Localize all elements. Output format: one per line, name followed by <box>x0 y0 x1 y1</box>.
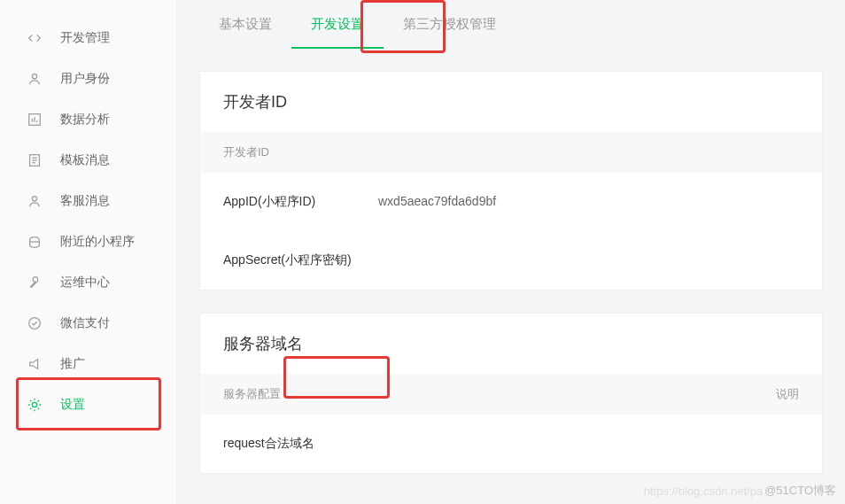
sidebar-item-promotion[interactable]: 推广 <box>0 344 176 384</box>
request-domain-value <box>378 436 799 452</box>
header-label: 开发者ID <box>223 144 269 160</box>
user-icon <box>27 71 43 87</box>
template-icon <box>27 152 43 168</box>
sidebar-item-label: 数据分析 <box>60 112 110 128</box>
svg-point-11 <box>29 318 41 330</box>
sidebar-item-user-identity[interactable]: 用户身份 <box>0 58 176 99</box>
table-header: 服务器配置 说明 <box>200 374 822 415</box>
sidebar-item-label: 附近的小程序 <box>60 234 135 250</box>
appsecret-value <box>378 252 799 268</box>
tab-dev-settings[interactable]: 开发设置 <box>291 0 384 49</box>
appsecret-label: AppSecret(小程序密钥) <box>223 252 378 268</box>
sidebar-item-label: 运维中心 <box>60 275 110 291</box>
header-config: 服务器配置 <box>223 386 454 402</box>
panel-title: 开发者ID <box>200 72 822 132</box>
watermark: https://blog.csdn.net/pa @51CTO博客 <box>644 483 836 499</box>
watermark-faded: https://blog.csdn.net/pa <box>644 485 763 498</box>
sidebar-item-label: 设置 <box>60 397 85 413</box>
svg-point-9 <box>32 197 36 201</box>
ops-icon <box>27 275 43 291</box>
table-row: request合法域名 <box>200 415 822 473</box>
sidebar-item-label: 推广 <box>60 356 85 372</box>
sidebar-item-label: 客服消息 <box>60 193 110 209</box>
server-domain-panel: 服务器域名 服务器配置 说明 request合法域名 <box>199 313 823 474</box>
request-domain-label: request合法域名 <box>223 436 378 452</box>
developer-id-panel: 开发者ID 开发者ID AppID(小程序ID) wxd5aeac79fda6d… <box>199 71 823 291</box>
promo-icon <box>27 356 43 372</box>
sidebar-item-data-analysis[interactable]: 数据分析 <box>0 99 176 140</box>
sidebar-item-ops[interactable]: 运维中心 <box>0 262 176 303</box>
table-row: AppID(小程序ID) wxd5aeac79fda6d9bf <box>200 173 822 231</box>
sidebar-item-customer-service[interactable]: 客服消息 <box>0 181 176 221</box>
sidebar-item-nearby[interactable]: 附近的小程序 <box>0 221 176 262</box>
sidebar-item-label: 微信支付 <box>60 315 110 331</box>
sidebar-item-label: 开发管理 <box>60 30 110 46</box>
panel-title: 服务器域名 <box>200 314 822 374</box>
sidebar: 开发管理 用户身份 数据分析 模板消息 客服消息 附近的小程序 运维中心 微信 <box>0 0 177 504</box>
table-header: 开发者ID <box>200 132 822 173</box>
service-icon <box>27 193 43 209</box>
nearby-icon <box>27 234 43 250</box>
sidebar-item-settings[interactable]: 设置 <box>0 384 176 425</box>
watermark-text: @51CTO博客 <box>764 483 836 499</box>
svg-point-0 <box>32 74 36 79</box>
sidebar-item-dev-manage[interactable]: 开发管理 <box>0 18 176 58</box>
appid-value: wxd5aeac79fda6d9bf <box>378 194 799 210</box>
header-desc: 说明 <box>454 386 799 402</box>
tab-third-party-auth[interactable]: 第三方授权管理 <box>384 0 516 49</box>
appid-label: AppID(小程序ID) <box>223 194 378 210</box>
svg-point-12 <box>32 402 36 407</box>
tabs: 基本设置 开发设置 第三方授权管理 <box>177 0 845 49</box>
sidebar-item-label: 用户身份 <box>60 71 110 87</box>
settings-icon <box>27 397 43 413</box>
sidebar-item-label: 模板消息 <box>60 152 110 168</box>
code-icon <box>27 30 43 46</box>
tab-basic-settings[interactable]: 基本设置 <box>199 0 291 49</box>
table-row: AppSecret(小程序密钥) <box>200 231 822 290</box>
chart-icon <box>27 112 43 128</box>
sidebar-item-wechat-pay[interactable]: 微信支付 <box>0 303 176 344</box>
pay-icon <box>27 315 43 331</box>
main-content: 基本设置 开发设置 第三方授权管理 开发者ID 开发者ID AppID(小程序I… <box>177 0 845 504</box>
sidebar-item-template-msg[interactable]: 模板消息 <box>0 140 176 181</box>
